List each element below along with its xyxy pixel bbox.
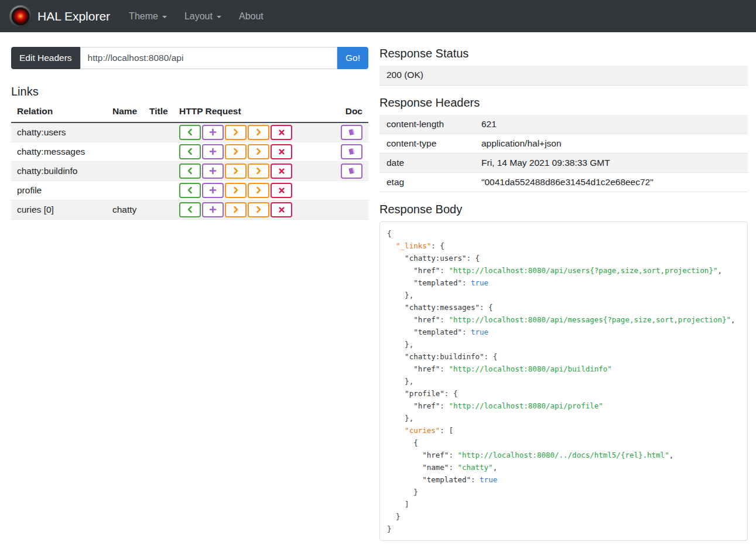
delete-button[interactable]	[271, 202, 292, 217]
plus-icon	[209, 128, 217, 136]
title-cell	[143, 200, 173, 219]
nav-item-theme[interactable]: Theme	[124, 11, 172, 22]
doc-button[interactable]	[341, 144, 362, 159]
nav-item-about[interactable]: About	[234, 11, 268, 22]
response-header-row: content-length621	[379, 115, 748, 134]
chevron-right-icon	[255, 186, 262, 194]
put-button[interactable]	[225, 125, 247, 140]
plus-icon	[209, 186, 217, 194]
header-value: "0041da552488d86e31454d1c2e68eec72"	[474, 173, 748, 192]
edit-headers-button[interactable]: Edit Headers	[11, 47, 80, 69]
response-body-panel: { "_links": { "chatty:users": { "href": …	[379, 222, 748, 541]
hal-logo-icon	[9, 5, 32, 28]
patch-button[interactable]	[248, 144, 269, 159]
relation-cell: chatty:users	[11, 122, 107, 142]
chevron-right-icon	[232, 148, 240, 155]
header-name: content-length	[379, 115, 474, 134]
post-button[interactable]	[202, 183, 224, 198]
put-button[interactable]	[225, 202, 247, 217]
http-request-cell	[173, 180, 334, 200]
name-cell	[107, 161, 143, 180]
doc-cell	[334, 122, 368, 142]
title-cell	[143, 122, 173, 142]
x-icon	[278, 168, 285, 175]
response-body-heading: Response Body	[379, 203, 748, 216]
chevron-right-icon	[255, 206, 262, 213]
chevron-right-icon	[255, 167, 262, 175]
post-button[interactable]	[202, 202, 224, 217]
chevron-left-icon	[186, 148, 194, 155]
name-cell	[107, 142, 143, 161]
delete-button[interactable]	[271, 144, 292, 159]
brand-link[interactable]: HAL Explorer	[9, 5, 110, 28]
table-row: chatty:users	[11, 122, 368, 142]
put-button[interactable]	[225, 183, 247, 198]
request-bar: Edit Headers Go!	[11, 47, 368, 69]
chevron-left-icon	[186, 167, 194, 175]
patch-button[interactable]	[248, 183, 269, 198]
response-status-heading: Response Status	[379, 47, 748, 60]
get-button[interactable]	[179, 144, 201, 159]
doc-button[interactable]	[341, 125, 362, 140]
get-button[interactable]	[179, 163, 201, 179]
get-button[interactable]	[179, 202, 201, 217]
response-body-json: { "_links": { "chatty:users": { "href": …	[387, 227, 740, 535]
patch-button[interactable]	[248, 125, 269, 140]
doc-cell	[334, 180, 368, 200]
header-value: Fri, 14 May 2021 09:38:33 GMT	[474, 154, 748, 173]
delete-button[interactable]	[271, 163, 292, 179]
chevron-right-icon	[232, 167, 240, 175]
http-request-cell	[173, 161, 334, 180]
top-navbar: HAL Explorer Theme Layout About	[0, 0, 756, 32]
post-button[interactable]	[202, 125, 224, 140]
nav-item-layout-label: Layout	[184, 11, 213, 22]
right-column: Response Status 200 (OK) Response Header…	[379, 47, 748, 541]
plus-icon	[209, 148, 217, 155]
table-row: curies [0]chatty	[11, 200, 368, 219]
post-button[interactable]	[202, 163, 224, 179]
nav-item-layout[interactable]: Layout	[180, 11, 226, 22]
links-table-header-row: Relation Name Title HTTP Request Doc	[11, 104, 368, 122]
relation-cell: curies [0]	[11, 200, 107, 219]
url-input[interactable]	[80, 47, 337, 69]
table-row: chatty:messages	[11, 142, 368, 161]
response-status-table: 200 (OK)	[379, 66, 748, 86]
chevron-right-icon	[255, 128, 262, 136]
put-button[interactable]	[225, 144, 247, 159]
chevron-left-icon	[186, 206, 194, 213]
get-button[interactable]	[179, 183, 201, 198]
response-headers-heading: Response Headers	[379, 96, 748, 110]
response-status-value: 200 (OK)	[379, 66, 748, 85]
patch-button[interactable]	[248, 163, 269, 179]
chevron-right-icon	[232, 186, 240, 194]
title-cell	[143, 161, 173, 180]
book-icon	[347, 128, 356, 137]
header-name: etag	[379, 173, 474, 192]
doc-button[interactable]	[341, 163, 362, 179]
chevron-right-icon	[232, 206, 240, 213]
column-header-title: Title	[143, 104, 173, 122]
put-button[interactable]	[225, 163, 247, 179]
column-header-relation: Relation	[11, 104, 107, 122]
left-column: Edit Headers Go! Links Relation Name Tit…	[11, 47, 368, 220]
plus-icon	[209, 206, 217, 213]
title-cell	[143, 142, 173, 161]
name-cell: chatty	[107, 200, 143, 219]
plus-icon	[209, 167, 217, 175]
chevron-down-icon	[217, 16, 221, 18]
relation-cell: profile	[11, 180, 107, 200]
chevron-down-icon	[162, 16, 167, 18]
name-cell	[107, 180, 143, 200]
response-status-row: 200 (OK)	[379, 66, 748, 85]
go-button[interactable]: Go!	[337, 47, 368, 69]
x-icon	[278, 206, 285, 213]
patch-button[interactable]	[248, 202, 269, 217]
column-header-name: Name	[107, 104, 143, 122]
delete-button[interactable]	[271, 183, 292, 198]
response-headers-body: content-length621content-typeapplication…	[379, 115, 748, 192]
chevron-left-icon	[186, 128, 194, 136]
delete-button[interactable]	[271, 125, 292, 140]
get-button[interactable]	[179, 125, 201, 140]
http-request-cell	[173, 142, 334, 161]
post-button[interactable]	[202, 144, 224, 159]
